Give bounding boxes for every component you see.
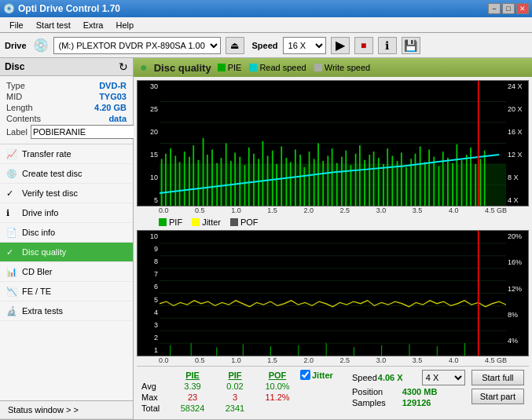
pif-legend-label: PIF: [169, 217, 182, 227]
svg-rect-37: [303, 167, 305, 206]
nav-items: 📈 Transfer rate 💿 Create test disc ✓ Ver…: [0, 144, 133, 400]
svg-rect-21: [230, 161, 232, 206]
svg-rect-69: [452, 163, 453, 206]
svg-rect-14: [198, 160, 200, 206]
mid-key: MID: [6, 92, 22, 101]
svg-rect-39: [314, 159, 315, 206]
disc-quality-icon: ✓: [6, 247, 13, 257]
disc-refresh-icon[interactable]: ↻: [119, 60, 128, 73]
sidebar-item-verify-test-disc[interactable]: ✓ Verify test disc: [0, 184, 133, 203]
svg-rect-62: [420, 146, 421, 206]
pof-legend-color: [230, 218, 238, 226]
label-input[interactable]: [31, 125, 144, 139]
sidebar-item-drive-info[interactable]: ℹ Drive info: [0, 203, 133, 223]
restore-button[interactable]: □: [502, 3, 515, 14]
read-speed-legend-color: [249, 64, 257, 71]
chart1: 30252015105 24 X20 X16 X12 X8 X4 X: [137, 80, 529, 206]
svg-rect-96: [409, 344, 410, 356]
sidebar-item-disc-quality[interactable]: ✓ Disc quality: [0, 243, 133, 262]
close-button[interactable]: ✕: [516, 3, 529, 14]
svg-rect-41: [322, 161, 324, 206]
speed-stat-label: Speed: [352, 373, 377, 382]
stats-col-pie: PIE: [173, 371, 212, 380]
menu-extra[interactable]: Extra: [77, 19, 110, 31]
svg-rect-44: [336, 163, 338, 206]
avg-label: Avg: [141, 382, 170, 391]
max-pof: 11.2%: [258, 393, 297, 402]
svg-rect-58: [401, 152, 402, 206]
sidebar-item-extra-tests[interactable]: 🔬 Extra tests: [0, 301, 133, 321]
stats-col-pof: POF: [258, 371, 297, 380]
stats-total-row: Total 58324 2341: [141, 404, 346, 413]
svg-rect-13: [193, 145, 194, 206]
svg-rect-92: [298, 345, 299, 356]
svg-rect-38: [309, 152, 310, 206]
write-speed-legend-label: Write speed: [325, 63, 371, 72]
sidebar-item-disc-info[interactable]: 📄 Disc info: [0, 223, 133, 243]
svg-rect-56: [391, 155, 393, 206]
length-key: Length: [6, 103, 33, 112]
legend2: PIF Jitter POF: [137, 216, 529, 228]
svg-rect-20: [226, 144, 227, 206]
chart-speed-select[interactable]: 4 X 8 X 16 X: [422, 370, 465, 385]
menu-start-test[interactable]: Start test: [30, 19, 77, 31]
pif-legend-color: [159, 218, 167, 226]
svg-rect-46: [345, 151, 347, 206]
svg-rect-30: [272, 151, 273, 206]
chart1-y-left: 30252015105: [138, 81, 160, 206]
fe-te-icon: 📉: [6, 287, 17, 297]
title-bar: 💿 Opti Drive Control 1.70 − □ ✕: [0, 0, 532, 17]
stats-table: PIE PIF POF Jitter Avg 3.39 0.02 10.0%: [141, 370, 346, 413]
go-button[interactable]: ▶: [331, 37, 350, 54]
stats-header-row: PIE PIF POF Jitter: [141, 370, 346, 380]
sidebar-item-transfer-rate[interactable]: 📈 Transfer rate: [0, 144, 133, 164]
samples-val: 129126: [402, 398, 465, 407]
jitter-checkbox[interactable]: [300, 370, 310, 380]
svg-rect-90: [243, 344, 244, 356]
svg-rect-33: [286, 158, 288, 206]
max-label: Max: [141, 393, 170, 402]
avg-pie: 3.39: [173, 382, 212, 391]
sidebar-item-fe-te[interactable]: 📉 FE / TE: [0, 282, 133, 301]
svg-rect-50: [364, 160, 365, 206]
create-disc-icon: 💿: [6, 169, 17, 179]
save-button[interactable]: 💾: [402, 37, 420, 54]
position-label: Position: [352, 387, 383, 396]
svg-rect-97: [437, 346, 438, 356]
disc-section-header: Disc ↻: [0, 58, 133, 76]
start-full-button[interactable]: Start full: [471, 370, 524, 385]
svg-rect-31: [276, 164, 277, 206]
chart1-x-axis: 0.00.51.01.52.02.53.03.54.04.5 GB: [137, 206, 529, 214]
svg-rect-12: [189, 157, 190, 206]
disc-quality-header: ● Disc quality PIE Read speed Write spee…: [134, 58, 532, 77]
svg-rect-17: [211, 149, 213, 206]
stop-button[interactable]: ■: [354, 37, 373, 54]
start-part-button[interactable]: Start part: [471, 389, 524, 404]
speed-select[interactable]: 16 X 4 X 8 X 12 X MAX: [283, 37, 326, 54]
svg-rect-59: [405, 167, 407, 206]
info-button[interactable]: ℹ: [378, 37, 397, 54]
stats-col-jitter: Jitter: [312, 371, 333, 380]
svg-rect-42: [327, 155, 328, 206]
svg-rect-7: [165, 154, 167, 206]
menu-help[interactable]: Help: [109, 19, 140, 31]
svg-rect-36: [299, 155, 301, 206]
transfer-rate-icon: 📈: [6, 149, 17, 159]
write-speed-legend-color: [314, 64, 322, 71]
svg-rect-48: [355, 154, 357, 206]
minimize-button[interactable]: −: [488, 3, 501, 14]
drive-icon: 💿: [33, 38, 49, 53]
status-window-button[interactable]: Status window > >: [0, 401, 133, 419]
jitter-legend-color: [192, 218, 200, 226]
disc-quality-title: Disc quality: [154, 62, 211, 74]
toolbar: Drive 💿 (M:) PLEXTOR DVDR PX-890SA 1.00 …: [0, 33, 532, 58]
svg-rect-63: [424, 162, 426, 206]
eject-button[interactable]: ⏏: [226, 37, 244, 54]
drive-select[interactable]: (M:) PLEXTOR DVDR PX-890SA 1.00: [53, 37, 221, 54]
menu-file[interactable]: File: [3, 19, 30, 31]
app-title: Opti Drive Control 1.70: [18, 3, 120, 14]
sidebar-item-cd-bler[interactable]: 📊 CD Bler: [0, 262, 133, 282]
chart1-wrapper: 30252015105 24 X20 X16 X12 X8 X4 X: [137, 80, 529, 214]
sidebar-item-create-test-disc[interactable]: 💿 Create test disc: [0, 164, 133, 184]
chart2-y-left: 10987654321: [138, 231, 160, 356]
